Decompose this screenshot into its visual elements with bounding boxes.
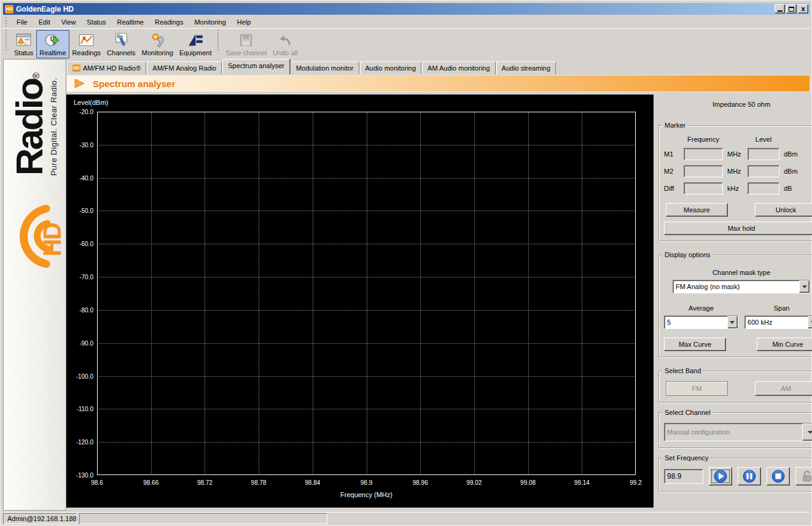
menu-view[interactable]: View [56,17,82,28]
vertical-gridline [259,112,259,475]
measure-button[interactable]: Measure [666,203,728,217]
menu-readings[interactable]: Readings [149,17,189,28]
x-tick-label: 99.14 [574,479,590,486]
channels-toolbar-label: Channels [107,49,135,56]
min-curve-button[interactable]: Min Curve [757,338,812,351]
vertical-gridline [528,112,529,475]
span-dropdown-button[interactable] [808,316,812,328]
tab-audio-monitoring[interactable]: Audio monitoring [360,61,422,74]
display-options-group: Display options Channel mask type FM Ana… [658,255,812,357]
monitoring-toolbar-button[interactable]: Monitoring [139,30,176,58]
spectrum-chart[interactable]: Level(dBm) -20.0-30.0-40.0-50.0-60.0-70.… [66,95,654,508]
save-channel-label: Save channel [226,49,267,56]
select-channel-value: Manual configuration [665,424,802,441]
set-frequency-group: Set Frequency [658,458,812,492]
x-tick-label: 98.84 [305,479,320,486]
hd-waves-icon: HD [8,183,62,275]
minimize-button[interactable] [775,4,785,14]
span-label: Span [744,304,812,312]
main-area: HD AM/FM HD Radio® AM/FM Analog Radio Sp… [66,59,810,511]
y-tick-label: -120.0 [66,439,93,446]
tab-spectrum-analyser[interactable]: Spectrum analyser [222,59,290,74]
channel-mask-type-label: Channel mask type [664,269,812,276]
channels-toolbar-button[interactable]: Channels [104,30,138,58]
vertical-gridline [582,112,582,475]
channel-mask-dropdown-button[interactable] [799,280,810,293]
status-toolbar-label: Status [14,49,33,56]
window-title: GoldenEagle HD [16,5,773,14]
tab-am-fm-hd-radio[interactable]: HD AM/FM HD Radio® [67,61,146,74]
content-row: Level(dBm) -20.0-30.0-40.0-50.0-60.0-70.… [66,95,810,508]
menu-edit[interactable]: Edit [33,17,56,28]
brand-tagline: Pure Digital. Clear Radio. [49,78,58,176]
unlock-button[interactable]: Unlock [755,203,812,217]
channels-tools-icon [113,32,130,48]
banner-arrow-icon [74,78,85,89]
vertical-gridline [420,112,421,475]
average-label: Average [664,304,738,312]
average-value: 5 [665,316,727,328]
hd-radio-tab-icon: HD [72,64,80,72]
menu-monitoring[interactable]: Monitoring [189,17,231,28]
frequency-input[interactable] [664,469,703,484]
pause-button[interactable] [738,467,761,485]
maximize-button[interactable] [786,4,797,14]
y-tick-label: -70.0 [66,274,93,280]
m1-level-unit: dBm [781,150,799,158]
set-frequency-title: Set Frequency [663,454,711,462]
tab-am-audio-monitoring[interactable]: AM Audio monitoring [422,61,496,74]
vertical-gridline [205,112,205,475]
menu-status[interactable]: Status [81,17,111,28]
span-value: 600 kHz [745,316,808,328]
menu-file[interactable]: File [11,17,33,28]
toolbar: Status Realtime Readings [3,28,810,59]
control-panel: Impedance 50 ohm Marker Frequency Level … [654,95,812,508]
select-channel-title: Select Channel [663,409,712,416]
stop-button[interactable] [767,467,790,485]
max-hold-button[interactable]: Max hold [664,222,812,235]
equipment-toolbar-button[interactable]: Equipment [176,30,215,58]
m2-level-unit: dBm [781,168,799,175]
tab-label: AM/FM Analog Radio [152,64,216,72]
marker-group-title: Marker [663,122,687,129]
average-dropdown-button[interactable] [727,316,738,328]
frequency-column-header: Frequency [684,136,723,143]
marker-m2-label: M2 [664,168,682,175]
readings-toolbar-button[interactable]: Readings [69,30,104,58]
tab-am-fm-analog-radio[interactable]: AM/FM Analog Radio [147,61,222,74]
x-tick-label: 98.96 [413,479,428,486]
average-select[interactable]: 5 [664,315,738,329]
m2-frequency-field [684,165,723,177]
y-tick-label: -50.0 [66,207,93,214]
minimize-icon [778,10,783,12]
x-axis-title: Frequency (MHz) [340,491,392,498]
tab-label: Audio monitoring [365,64,416,72]
vertical-gridline [367,112,367,475]
menu-realtime[interactable]: Realtime [112,17,149,28]
chevron-down-icon [808,431,812,434]
tab-modulation-monitor[interactable]: Modulation monitor [291,61,359,74]
m2-level-field [748,165,779,177]
span-select[interactable]: 600 kHz [744,315,812,329]
max-curve-button[interactable]: Max Curve [664,338,726,351]
vertical-gridline [313,112,313,475]
tab-label: AM Audio monitoring [427,64,490,72]
realtime-toolbar-button[interactable]: Realtime [36,30,69,58]
channel-mask-type-select[interactable]: FM Analog (no mask) [673,280,810,293]
diff-frequency-field [684,182,723,195]
play-button[interactable] [709,467,732,485]
x-tick-label: 98.9 [361,479,372,486]
menu-help[interactable]: Help [232,17,257,28]
y-tick-label: -20.0 [66,109,93,115]
tab-label: Audio streaming [502,64,551,72]
tab-audio-streaming[interactable]: Audio streaming [496,61,556,74]
m1-frequency-field [684,148,723,160]
x-tick-label: 98.66 [143,479,158,486]
hd-radio-logo: HD Radio® Pure Digital. Clear Radio. [4,70,66,500]
close-button[interactable]: x [798,4,808,14]
pause-icon [743,470,756,483]
status-window-icon [15,32,32,48]
registered-mark: ® [31,72,41,79]
undo-arrow-icon [277,32,294,48]
status-toolbar-button[interactable]: Status [11,30,36,58]
